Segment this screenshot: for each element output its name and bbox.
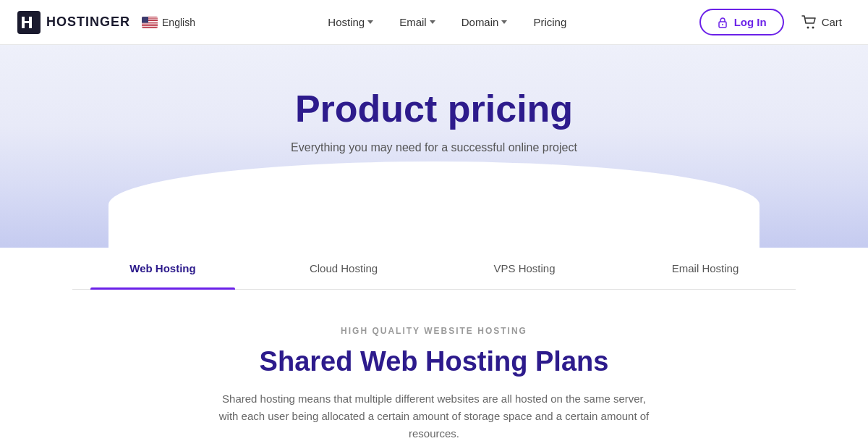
section-title: Shared Web Hosting Plans xyxy=(54,346,814,377)
logo[interactable]: HOSTINGER xyxy=(17,11,130,34)
chevron-down-icon xyxy=(501,20,507,24)
navbar-center: Hosting Email Domain Pricing xyxy=(318,10,576,34)
login-button[interactable]: Log In xyxy=(699,9,784,35)
nav-pricing[interactable]: Pricing xyxy=(523,10,576,34)
content-section: HIGH QUALITY WEBSITE HOSTING Shared Web … xyxy=(36,290,832,441)
nav-email[interactable]: Email xyxy=(389,10,446,34)
tabs-wrapper: Web Hosting Cloud Hosting VPS Hosting Em… xyxy=(0,248,868,290)
svg-rect-7 xyxy=(142,26,158,27)
tab-email-hosting[interactable]: Email Hosting xyxy=(615,248,796,289)
svg-point-12 xyxy=(812,26,814,28)
language-label: English xyxy=(162,17,195,28)
cart-icon xyxy=(801,15,817,30)
svg-rect-6 xyxy=(142,24,158,25)
brand-name: HOSTINGER xyxy=(46,14,130,30)
svg-point-11 xyxy=(807,26,809,28)
section-eyebrow: HIGH QUALITY WEBSITE HOSTING xyxy=(54,326,814,336)
tab-cloud-hosting[interactable]: Cloud Hosting xyxy=(253,248,434,289)
hero-subtitle: Everything you may need for a successful… xyxy=(0,141,868,154)
svg-point-10 xyxy=(722,24,723,25)
lock-icon xyxy=(717,17,728,28)
hostinger-logo-icon xyxy=(17,11,41,34)
flag-icon xyxy=(142,17,158,28)
navbar-left: HOSTINGER English xyxy=(17,11,195,34)
hero-section: Product pricing Everything you may need … xyxy=(0,45,868,248)
section-description: Shared hosting means that multiple diffe… xyxy=(217,390,651,441)
chevron-down-icon xyxy=(367,20,373,24)
cart-button[interactable]: Cart xyxy=(793,9,851,35)
svg-rect-8 xyxy=(142,17,148,23)
tab-web-hosting[interactable]: Web Hosting xyxy=(72,248,253,289)
tabs-container: Web Hosting Cloud Hosting VPS Hosting Em… xyxy=(72,248,796,290)
chevron-down-icon xyxy=(430,20,435,24)
nav-domain[interactable]: Domain xyxy=(451,10,518,34)
hero-title: Product pricing xyxy=(0,88,868,130)
navbar-right: Log In Cart xyxy=(699,9,851,35)
tab-vps-hosting[interactable]: VPS Hosting xyxy=(434,248,615,289)
language-selector[interactable]: English xyxy=(142,17,195,28)
nav-hosting[interactable]: Hosting xyxy=(318,10,383,34)
navbar: HOSTINGER English Hosting xyxy=(0,0,868,45)
